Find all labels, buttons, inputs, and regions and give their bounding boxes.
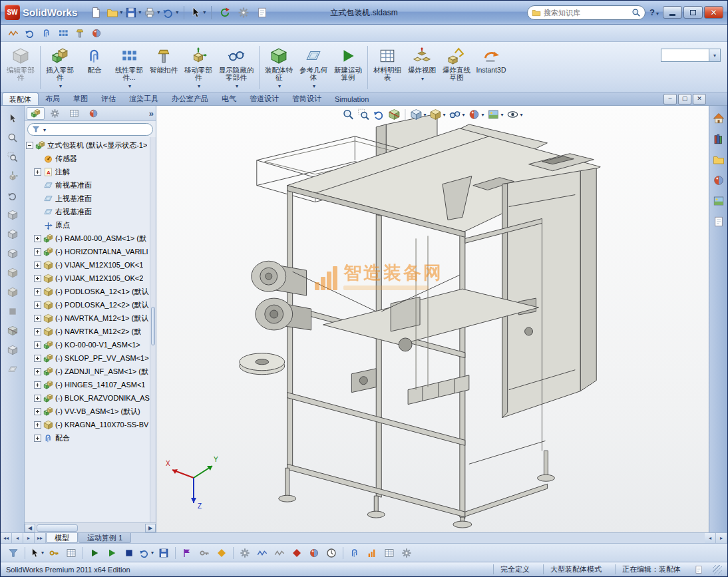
tree-item[interactable]: (-) BLOK_RAZVODNIKA_AS — [25, 391, 156, 405]
scrollbar-thumb[interactable] — [37, 524, 78, 532]
design-library-icon[interactable] — [711, 132, 726, 146]
display-style-icon[interactable] — [429, 108, 446, 121]
hscroll-right-icon[interactable]: ▸ — [716, 533, 727, 543]
tree-item[interactable]: (-) KO-00-00-V1_ASM<1> — [25, 338, 156, 351]
tab-office-products[interactable]: 办公室产品 — [165, 93, 215, 105]
mate-controller-icon[interactable] — [347, 546, 362, 560]
expand-toggle[interactable] — [34, 395, 41, 402]
normal-to-icon[interactable] — [4, 361, 21, 377]
damper-icon[interactable] — [272, 546, 287, 560]
expand-toggle[interactable] — [34, 248, 41, 256]
view-orientation-icon[interactable] — [409, 108, 427, 121]
tree-item[interactable]: (-) VIJAK_M12X105_OK<2 — [25, 272, 156, 285]
playback-mode-icon[interactable] — [139, 546, 154, 560]
tree-item[interactable]: (-) VV-VB_ASM<1> (默认) — [25, 405, 156, 418]
tab-featuremanager-tree[interactable] — [27, 107, 45, 120]
close-button[interactable]: ✕ — [704, 6, 723, 19]
pattern-tool-icon[interactable] — [56, 26, 71, 41]
expand-toggle[interactable] — [34, 368, 41, 375]
previous-view-icon[interactable] — [372, 108, 385, 121]
edit-component-button[interactable]: 编辑零部件 — [3, 43, 38, 92]
graphics-area[interactable]: 智造装备网 X Y Z — [156, 106, 709, 532]
zoom-to-fit-icon[interactable] — [4, 129, 21, 146]
command-combobox[interactable]: ▾ — [661, 49, 721, 62]
explode-line-sketch-button[interactable]: 爆炸直线草图 — [439, 43, 474, 92]
reference-geometry-button[interactable]: 参考几何体 — [296, 43, 331, 92]
new-document-icon[interactable] — [88, 5, 104, 21]
tree-item[interactable]: 前视基准面 — [25, 178, 156, 192]
tab-motion-study-1[interactable]: 运动算例 1 — [79, 533, 131, 543]
expand-toggle[interactable] — [34, 262, 41, 269]
tab-dimxpertmanager[interactable] — [85, 107, 102, 120]
expand-toggle[interactable] — [34, 421, 41, 429]
scroll-right-icon[interactable]: ▶ — [145, 524, 156, 532]
results-icon[interactable] — [365, 546, 379, 560]
tree-item[interactable]: 原点 — [25, 218, 156, 232]
tab-configurationmanager[interactable] — [65, 107, 83, 120]
zoom-to-area-icon[interactable] — [357, 108, 370, 121]
shaded-icon[interactable] — [4, 284, 21, 300]
mate-button[interactable]: 配合 — [77, 43, 112, 92]
insert-components-button[interactable]: 插入零部件 — [43, 43, 77, 92]
tree-filter-input[interactable] — [27, 123, 153, 136]
spline-tool-icon[interactable] — [23, 26, 37, 41]
tab-assembly[interactable]: 装配体 — [2, 93, 39, 105]
assembly-features-button[interactable]: 装配体特征 — [262, 43, 296, 92]
view-orientation-icon[interactable] — [4, 341, 21, 358]
tab-tubing[interactable]: 管筒设计 — [285, 93, 328, 105]
tab-scroll-last-icon[interactable]: ▸▸ — [35, 533, 46, 543]
spring-icon[interactable] — [255, 546, 270, 560]
play-from-start-icon[interactable] — [87, 546, 102, 560]
linear-component-pattern-button[interactable]: 线性零部件... — [112, 43, 146, 92]
tree-item[interactable]: 立式包装机 (默认<显示状态-1> — [25, 138, 156, 152]
filter-animation-icon[interactable] — [6, 546, 21, 560]
tree-item[interactable]: (-) PODLOSKA_12<1> (默认 — [25, 285, 156, 298]
options-icon[interactable] — [236, 5, 252, 21]
tree-item[interactable]: (-) KRAGNA_110X70-SS-BV — [25, 418, 156, 431]
tree-item[interactable]: (-) HINGES_14107_ASM<1 — [25, 378, 156, 391]
expand-toggle[interactable] — [34, 381, 41, 389]
appearance-tool-icon[interactable] — [89, 26, 104, 41]
panel-chevron-icon[interactable] — [149, 108, 154, 118]
expand-toggle[interactable] — [34, 301, 41, 309]
tree-item[interactable]: (-) PODLOSKA_12<2> (默认 — [25, 298, 156, 311]
tree-item[interactable]: (-) VIJAK_M12X105_OK<1 — [25, 258, 156, 272]
file-properties-icon[interactable] — [254, 5, 270, 21]
fastener-tool-icon[interactable] — [73, 26, 87, 41]
hscroll-left-icon[interactable]: ◂ — [705, 533, 716, 543]
contact-icon[interactable] — [307, 546, 321, 560]
save-icon[interactable] — [125, 5, 141, 21]
assembly-model-3d[interactable] — [156, 106, 709, 532]
apply-scene-icon[interactable] — [487, 108, 504, 121]
minimize-button[interactable] — [663, 6, 682, 19]
expand-toggle[interactable] — [34, 408, 41, 415]
animation-wizard-icon[interactable] — [180, 546, 194, 560]
help-button[interactable]: ? — [649, 7, 659, 17]
tree-item[interactable]: (-) SKLOP_PF_VV_ASM<1> — [25, 351, 156, 365]
tree-vertical-scrollbar[interactable] — [150, 137, 156, 522]
appearances-icon[interactable] — [711, 173, 726, 188]
add-key-icon[interactable] — [214, 546, 229, 560]
bill-of-materials-button[interactable]: 材料明细表 — [370, 43, 405, 92]
expand-toggle[interactable] — [34, 328, 41, 335]
rotate-view-icon[interactable] — [4, 187, 21, 204]
tree-item[interactable]: 注解 — [25, 165, 156, 178]
shadows-icon[interactable] — [4, 303, 21, 319]
custom-properties-icon[interactable] — [711, 214, 726, 229]
tree-item[interactable]: (-) HORIZONTALNA_VARILI — [25, 245, 156, 258]
mate-tool-icon[interactable] — [39, 26, 54, 41]
open-icon[interactable] — [106, 5, 122, 21]
simulation-setup-icon[interactable] — [399, 546, 414, 560]
tab-scroll-left-icon[interactable]: ◂ — [12, 533, 23, 543]
file-explorer-icon[interactable] — [711, 152, 726, 167]
new-motion-study-button[interactable]: 新建运动算例 — [331, 43, 365, 92]
tab-model[interactable]: 模型 — [46, 533, 78, 543]
section-view-icon[interactable] — [387, 108, 401, 121]
motor-icon[interactable] — [238, 546, 252, 560]
force-icon[interactable] — [289, 546, 304, 560]
zoom-to-area-icon[interactable] — [4, 148, 21, 165]
document-restore-button[interactable]: ▢ — [678, 94, 691, 104]
scenes-icon[interactable] — [711, 194, 726, 208]
tree-item[interactable]: 配合 — [25, 431, 156, 445]
expand-toggle[interactable] — [26, 142, 33, 149]
